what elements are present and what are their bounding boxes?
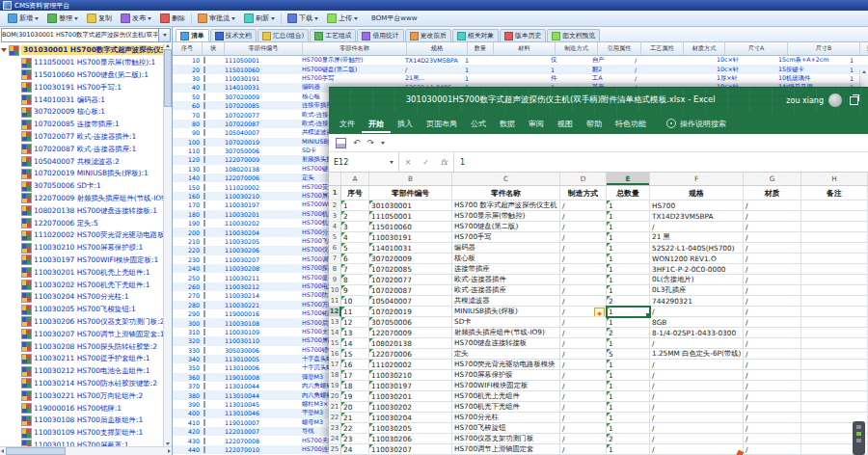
row-header[interactable]: 9 [329,275,341,285]
cell-F6[interactable]: 52S22-L1-040S(HS700) [650,243,744,254]
cell-E3[interactable]: 1 [607,211,650,222]
qat-customize-icon[interactable] [381,142,385,145]
cell-A19[interactable]: 18 [341,381,369,391]
ribbon-tab-数据[interactable]: 数据 [493,115,522,133]
tab-借用统计[interactable]: 借用统计 [357,29,403,41]
row-header[interactable]: 19 [329,381,341,391]
cell-H12[interactable] [801,307,868,317]
cell-H10[interactable] [801,285,868,296]
toolbar-button-publish[interactable]: 发布 [118,13,154,24]
tree-item[interactable]: 107020085 连接带插座:1 [0,119,163,131]
cell-C20[interactable]: HS700机壳上壳组件 [452,391,560,402]
cell-D11[interactable]: / [560,296,607,307]
cell-C13[interactable]: SD卡 [452,317,560,328]
cell-G8[interactable]: / [744,264,801,275]
cell-B11[interactable]: 105040007 [369,296,452,307]
cell-C5[interactable]: HS700手写 [452,232,560,243]
cell-C18[interactable]: HS700屏幕保护膜 [452,370,560,381]
cell-A10[interactable]: 9 [341,285,369,296]
cell-B7[interactable]: 307020009 [369,254,452,264]
column-header[interactable]: 序号 [173,42,203,55]
cell-H5[interactable] [801,232,868,243]
cell-G22[interactable]: / [744,413,801,423]
column-header[interactable]: 零部件名称 [303,42,407,55]
cell-E12[interactable]: 1 [607,307,650,317]
header-cell[interactable]: 规格 [650,186,744,201]
row-header[interactable]: 10 [329,285,341,296]
cell-A15[interactable]: 14 [341,338,369,349]
error-checking-icon[interactable]: ◆ [594,308,605,317]
ribbon-search[interactable]: 操作说明搜索 [666,119,726,129]
toolbar-button-download[interactable]: 下载 [285,13,321,24]
tab-工艺组成[interactable]: 工艺组成 [310,29,356,41]
cell-H15[interactable] [801,338,868,349]
bom-selector-combobox[interactable]: BOM(301030001 HS700数字式超声波探伤仪主机(双手柄) 最新(主… [1,28,171,42]
cell-H21[interactable] [801,402,868,413]
tree-item[interactable]: 110030206 HS700仪器支架功测门板:2 [0,316,163,329]
tree-item[interactable]: 110030191 HS700手写:1 [0,81,163,94]
cell-H19[interactable] [801,381,868,391]
cell-D3[interactable]: / [560,211,607,222]
toolbar-button-copy[interactable]: 复制 [84,13,115,24]
row-header[interactable]: 5 [329,232,341,243]
cell-H2[interactable] [801,201,868,211]
tree-vertical-scrollbar[interactable] [163,43,172,446]
cell-F17[interactable]: / [650,360,744,370]
cell-E13[interactable]: 1 [607,317,650,328]
cell-E18[interactable]: 1 [607,370,650,381]
table-scroll-up-icon[interactable] [862,70,866,73]
cell-G16[interactable]: / [744,349,801,360]
cell-E25[interactable]: 1 [607,444,650,455]
cell-G19[interactable]: / [744,381,801,391]
cell-C4[interactable]: HS700键盘(第二版) [452,222,560,232]
scroll-up-icon[interactable] [166,44,170,47]
table-row[interactable]: 30110030191HS700手写21黑…1件工A/1厚×针10机玻璃件1 [173,74,868,83]
cell-F25[interactable]: / [650,444,744,455]
column-header-H[interactable]: H [801,173,868,185]
cell-B10[interactable]: 107020087 [369,285,452,296]
cell-A17[interactable]: 16 [341,360,369,370]
tab-相关对象[interactable]: 相关对象 [452,29,499,41]
cell-D16[interactable]: / [560,349,607,360]
cell-C10[interactable]: 欧式-连接器插座 [452,285,560,296]
cell-H6[interactable] [801,243,868,254]
cell-E24[interactable]: 2 [607,434,650,444]
cell-F21[interactable]: / [650,402,744,413]
cell-G23[interactable]: / [744,423,801,434]
cell-E10[interactable]: 1 [607,285,650,296]
row-header[interactable]: 17 [329,360,341,370]
cell-H14[interactable] [801,328,868,338]
ribbon-tab-页面布局[interactable]: 页面布局 [420,115,464,133]
row-header[interactable]: 1 [329,186,341,201]
column-header[interactable]: 尺寸B [788,42,860,55]
tree-item[interactable]: 110030207 HS700调节上滑轴固定套:1 [0,328,163,340]
cell-F24[interactable]: / [650,434,744,444]
toolbar-button-upload[interactable]: 上传 [324,13,361,24]
ribbon-tab-文件[interactable]: 文件 [333,115,362,133]
row-header[interactable]: 22 [329,413,341,423]
row-header[interactable]: 14 [329,328,341,338]
ribbon-tab-帮助[interactable]: 帮助 [580,115,609,133]
tree-item[interactable]: 110030202 HS700机壳下壳组件:1 [0,279,163,291]
cell-F8[interactable]: 3HF1C-P-2-0C0-0000 [650,264,744,275]
tree-item[interactable]: 107020077 欧式-连接器插件:1 [0,131,163,144]
cell-E23[interactable]: 1 [607,423,650,434]
tab-图文档预览[interactable]: 图文档预览 [547,29,600,41]
cell-G10[interactable]: / [744,285,801,296]
cell-B4[interactable]: 115010060 [369,222,452,232]
column-header[interactable]: 引用属性 [598,42,641,55]
cell-B12[interactable]: 107020019 [369,307,452,317]
ribbon-tab-审阅[interactable]: 审阅 [522,115,551,133]
cell-C25[interactable]: HS700调节上滑轴固定套 [452,444,560,455]
cell-E17[interactable]: 1 [607,360,650,370]
cell-B22[interactable]: 110030204 [369,413,452,423]
ribbon-tab-插入[interactable]: 插入 [391,115,420,133]
row-header[interactable]: 16 [329,349,341,360]
tree-scroll-thumb[interactable] [164,49,172,107]
column-header[interactable]: 材质方式 [684,42,725,55]
cell-E15[interactable]: 1 [607,338,650,349]
cell-G5[interactable]: / [744,232,801,243]
cell-H3[interactable] [801,211,868,222]
cell-C7[interactable]: 核心板 [452,254,560,264]
tree-item[interactable]: 307020009 核心板:1 [0,106,163,119]
